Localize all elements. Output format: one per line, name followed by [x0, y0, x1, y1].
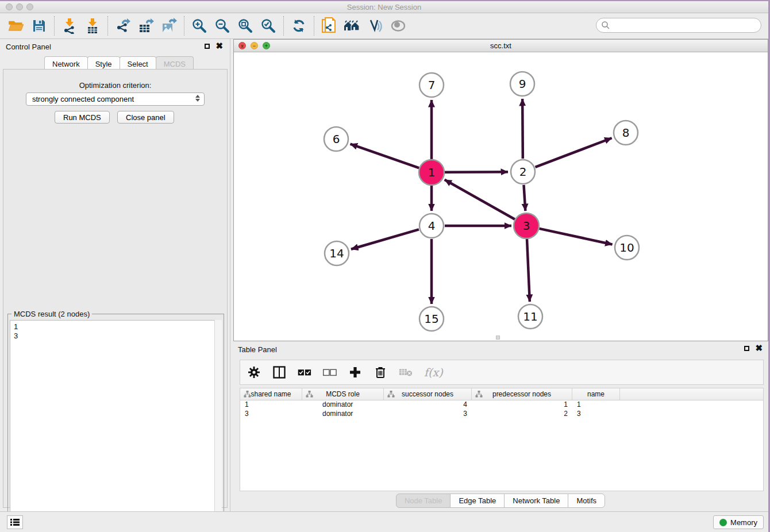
import-network-icon[interactable]: [58, 16, 81, 36]
table-panel-title: Table Panel: [238, 345, 277, 354]
graph-node-label-14: 14: [329, 246, 344, 260]
open-session-icon[interactable]: [5, 16, 28, 36]
table-settings-icon[interactable]: [247, 365, 261, 379]
column-label: shared name: [251, 390, 291, 398]
deselect-all-icon[interactable]: [323, 365, 337, 379]
toolbar-separator: [314, 16, 314, 36]
graph-edge-3-10[interactable]: [539, 229, 612, 245]
cell-predecessor-nodes[interactable]: 2: [472, 410, 572, 419]
float-panel-icon[interactable]: [205, 44, 210, 49]
cell-name[interactable]: 1: [572, 400, 620, 410]
close-panel-button[interactable]: Close panel: [117, 111, 174, 124]
graph-edge-3-11[interactable]: [527, 239, 530, 302]
tab-node-table[interactable]: Node Table: [396, 494, 451, 508]
close-table-panel-icon[interactable]: ✖: [755, 345, 763, 351]
tab-motifs[interactable]: Motifs: [568, 494, 605, 508]
graph-node-label-9: 9: [519, 77, 526, 91]
run-mcds-button[interactable]: Run MCDS: [55, 111, 110, 124]
graph-node-label-6: 6: [333, 132, 340, 146]
control-panel-title: Control Panel: [6, 43, 51, 51]
optimization-criterion-select[interactable]: strongly connected component: [26, 92, 205, 106]
search-icon: [601, 21, 610, 30]
column-type-icon: [387, 391, 395, 398]
mcds-result-text[interactable]: 1 3: [10, 320, 222, 531]
graph-node-label-15: 15: [424, 312, 438, 326]
zoom-fit-icon[interactable]: [234, 16, 257, 36]
graph-node-label-11: 11: [523, 310, 537, 323]
graph-edge-1-2[interactable]: [445, 172, 508, 172]
float-table-panel-icon[interactable]: [744, 346, 749, 351]
zoom-out-icon[interactable]: [211, 16, 234, 36]
table-row[interactable]: 3 dominator 3 2 3: [240, 410, 763, 419]
zoom-selected-icon[interactable]: [257, 16, 280, 36]
zoom-in-icon[interactable]: [188, 16, 211, 36]
cell-mcds-role[interactable]: dominator: [302, 410, 384, 419]
graph-edge-1-6[interactable]: [351, 144, 419, 168]
add-column-icon[interactable]: [348, 365, 362, 379]
export-table-icon[interactable]: [134, 16, 157, 36]
network-graph[interactable]: 1234678910111415: [234, 52, 768, 341]
export-image-icon[interactable]: [157, 16, 180, 36]
window-title: Session: New Session: [0, 3, 768, 11]
graph-node-label-10: 10: [619, 241, 634, 255]
table-toolbar: f(x): [240, 360, 764, 385]
optimization-criterion-value: strongly connected component: [32, 95, 134, 103]
column-header-name[interactable]: name: [572, 388, 620, 400]
new-network-from-file-icon[interactable]: [318, 16, 341, 36]
column-label: predecessor nodes: [492, 390, 551, 398]
graph-node-label-2: 2: [519, 165, 527, 179]
search-input[interactable]: [596, 18, 761, 33]
import-table-icon[interactable]: [81, 16, 104, 36]
hide-selected-icon[interactable]: [364, 16, 387, 36]
cell-successor-nodes[interactable]: 3: [384, 410, 472, 419]
graph-edge-2-3[interactable]: [523, 185, 525, 211]
table-header-row: shared name MCDS role successor nodes pr…: [240, 388, 763, 400]
show-graphics-details-icon[interactable]: [387, 16, 410, 36]
cell-predecessor-nodes[interactable]: 1: [472, 400, 572, 410]
status-bar: Memory: [0, 511, 768, 532]
graph-edge-3-1[interactable]: [445, 180, 515, 219]
select-all-icon[interactable]: [298, 365, 311, 379]
cell-shared-name[interactable]: 3: [240, 410, 302, 419]
save-session-icon[interactable]: [28, 16, 51, 36]
export-network-icon[interactable]: [111, 16, 134, 36]
column-header-predecessor-nodes[interactable]: predecessor nodes: [472, 388, 572, 400]
canvas-resize-grip[interactable]: [496, 336, 500, 340]
close-panel-icon[interactable]: ✖: [215, 43, 223, 49]
cell-name[interactable]: 3: [572, 410, 620, 419]
delete-column-icon[interactable]: [374, 365, 387, 379]
graph-edge-2-8[interactable]: [536, 138, 612, 167]
main-toolbar: [0, 13, 768, 39]
cell-successor-nodes[interactable]: 4: [384, 400, 472, 410]
memory-label: Memory: [730, 518, 757, 527]
refresh-view-icon[interactable]: [287, 16, 310, 36]
window-titlebar: Session: New Session: [0, 1, 768, 13]
memory-button[interactable]: Memory: [713, 515, 764, 529]
table-row[interactable]: 1 dominator 4 1 1: [240, 400, 763, 410]
mcds-result-scrollbar[interactable]: [214, 320, 222, 531]
network-canvas[interactable]: 1234678910111415: [234, 52, 768, 341]
show-panel-list-button[interactable]: [7, 515, 23, 529]
cell-shared-name[interactable]: 1: [240, 400, 302, 410]
node-table[interactable]: shared name MCDS role successor nodes pr…: [240, 388, 764, 491]
tab-network-table[interactable]: Network Table: [504, 494, 568, 508]
show-all-networks-icon[interactable]: [341, 16, 364, 36]
column-header-successor-nodes[interactable]: successor nodes: [384, 388, 472, 400]
toolbar-separator: [283, 16, 284, 36]
network-view-frame: x − + scc.txt 1234678910111415: [233, 39, 768, 341]
column-label: name: [587, 390, 605, 398]
network-frame-titlebar[interactable]: x − + scc.txt: [234, 40, 768, 52]
graph-node-label-3: 3: [523, 219, 530, 233]
column-header-shared-name[interactable]: shared name: [240, 388, 302, 400]
column-label: successor nodes: [402, 390, 453, 398]
graph-node-label-8: 8: [622, 126, 630, 140]
graph-node-label-4: 4: [428, 219, 436, 233]
graph-edge-2-9[interactable]: [522, 99, 523, 159]
column-header-mcds-role[interactable]: MCDS role: [302, 388, 384, 400]
cell-mcds-role[interactable]: dominator: [302, 400, 384, 410]
tab-edge-table[interactable]: Edge Table: [450, 494, 505, 508]
graph-edge-4-14[interactable]: [351, 229, 419, 249]
table-tabs: Node Table Edge Table Network Table Moti…: [233, 494, 768, 508]
toggle-panel-icon[interactable]: [272, 365, 286, 379]
mcds-tab-panel: Optimization criterion: strongly connect…: [3, 69, 228, 508]
